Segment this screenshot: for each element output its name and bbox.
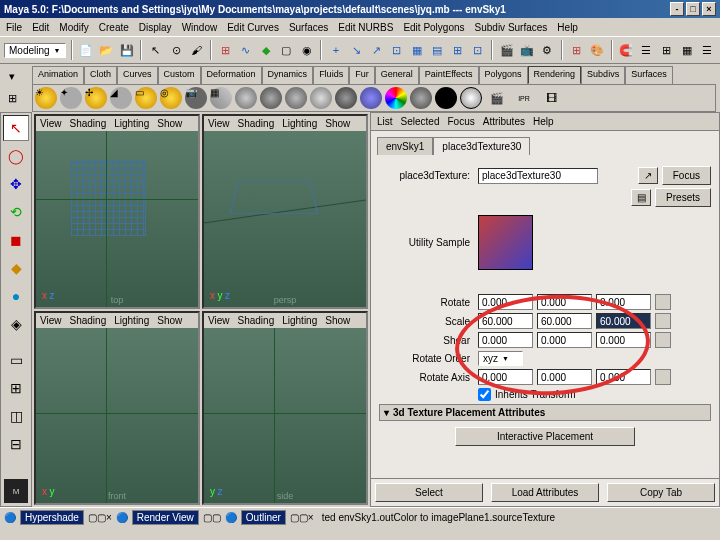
shader8-icon[interactable] xyxy=(435,87,457,109)
menu-edit-polygons[interactable]: Edit Polygons xyxy=(403,22,464,33)
tab-place3d[interactable]: place3dTexture30 xyxy=(433,137,530,155)
new-scene-icon[interactable]: 📄 xyxy=(78,40,95,60)
tool-icon[interactable]: ⊡ xyxy=(469,40,486,60)
light-directional-icon[interactable]: ☀ xyxy=(35,87,57,109)
shelf-tab-surfaces[interactable]: Surfaces xyxy=(625,66,673,84)
snap-plane-icon[interactable]: ▢ xyxy=(278,40,295,60)
vp-menu-view[interactable]: View xyxy=(208,315,230,326)
light-area-icon[interactable]: ▭ xyxy=(135,87,157,109)
menu-edit-curves[interactable]: Edit Curves xyxy=(227,22,279,33)
maximize-button[interactable]: □ xyxy=(686,2,700,16)
renderview-tab[interactable]: Render View xyxy=(132,510,199,525)
vp-menu-shading[interactable]: Shading xyxy=(70,315,107,326)
channel-icon[interactable]: ▦ xyxy=(408,40,425,60)
hypershade-icon[interactable]: 🎨 xyxy=(588,40,605,60)
snap-curve-icon[interactable]: ∿ xyxy=(237,40,254,60)
inherits-checkbox[interactable] xyxy=(478,388,491,401)
move-tool[interactable]: ✥ xyxy=(3,171,29,197)
render-globals-icon[interactable]: ⚙ xyxy=(539,40,556,60)
load-attributes-button[interactable]: Load Attributes xyxy=(491,483,599,502)
snap-grid-icon[interactable]: ⊞ xyxy=(217,40,234,60)
shelf-tab-rendering[interactable]: Rendering xyxy=(528,66,582,84)
last-tool[interactable]: ◈ xyxy=(3,311,29,337)
list-icon[interactable]: ☰ xyxy=(638,40,655,60)
render-icon[interactable]: 🎬 xyxy=(498,40,515,60)
ipr-icon[interactable]: 📺 xyxy=(519,40,536,60)
shader3-icon[interactable] xyxy=(285,87,307,109)
lasso-icon[interactable]: ⊙ xyxy=(168,40,185,60)
batch-render-icon[interactable]: 🎞 xyxy=(539,87,563,109)
layout-icon[interactable]: ▦ xyxy=(678,40,695,60)
attr-menu[interactable]: ListSelectedFocusAttributesHelp xyxy=(371,113,719,131)
close-button[interactable]: × xyxy=(702,2,716,16)
shader9-icon[interactable] xyxy=(460,87,482,109)
hypergraph-icon[interactable]: ⊞ xyxy=(568,40,585,60)
shelf-tab-deformation[interactable]: Deformation xyxy=(201,66,262,84)
shelf-tab-polygons[interactable]: Polygons xyxy=(479,66,528,84)
menu-window[interactable]: Window xyxy=(182,22,218,33)
select-tool[interactable]: ↖ xyxy=(3,115,29,141)
shader2-icon[interactable] xyxy=(260,87,282,109)
shelf-tab-general[interactable]: General xyxy=(375,66,419,84)
shelf-edit-icon[interactable]: ⊞ xyxy=(2,88,22,108)
vp-menu-view[interactable]: View xyxy=(40,118,62,129)
viewport-top[interactable]: ViewShadingLightingShow x z top xyxy=(34,114,200,309)
menu-file[interactable]: File xyxy=(6,22,22,33)
texture-icon[interactable]: ▦ xyxy=(210,87,232,109)
attr-menu-list[interactable]: List xyxy=(377,116,393,127)
focus-button[interactable]: Focus xyxy=(662,166,711,185)
output-icon[interactable]: ↗ xyxy=(368,40,385,60)
channels-icon[interactable]: ☰ xyxy=(699,40,716,60)
rotate-tool[interactable]: ⟲ xyxy=(3,199,29,225)
scale-y[interactable] xyxy=(537,313,592,329)
input-icon[interactable]: ↘ xyxy=(348,40,365,60)
render-view-icon[interactable]: 🎬 xyxy=(485,87,509,109)
node-name-field[interactable] xyxy=(478,168,598,184)
four-view-icon[interactable]: ⊞ xyxy=(3,375,29,401)
main-menu[interactable]: FileEditModifyCreateDisplayWindowEdit Cu… xyxy=(0,18,720,36)
history-icon[interactable]: + xyxy=(327,40,344,60)
snap-live-icon[interactable]: ◉ xyxy=(298,40,315,60)
snap-point-icon[interactable]: ◆ xyxy=(258,40,275,60)
menu-help[interactable]: Help xyxy=(557,22,578,33)
vp-menu-lighting[interactable]: Lighting xyxy=(282,315,317,326)
attr-menu-help[interactable]: Help xyxy=(533,116,554,127)
minimize-button[interactable]: - xyxy=(670,2,684,16)
attr-menu-selected[interactable]: Selected xyxy=(401,116,440,127)
vp-menu-lighting[interactable]: Lighting xyxy=(114,315,149,326)
rotate-axis-slider[interactable] xyxy=(655,369,671,385)
select-icon[interactable]: ↖ xyxy=(147,40,164,60)
viewport-side[interactable]: ViewShadingLightingShow y z side xyxy=(202,311,368,506)
camera-icon[interactable]: 📷 xyxy=(185,87,207,109)
vp-menu-lighting[interactable]: Lighting xyxy=(114,118,149,129)
viewport-front[interactable]: ViewShadingLightingShow x y front xyxy=(34,311,200,506)
shader1-icon[interactable] xyxy=(235,87,257,109)
grid-icon[interactable]: ⊞ xyxy=(658,40,675,60)
shader6-icon[interactable] xyxy=(360,87,382,109)
shelf-tab-subdivs[interactable]: Subdivs xyxy=(581,66,625,84)
menu-create[interactable]: Create xyxy=(99,22,129,33)
select-button[interactable]: Select xyxy=(375,483,483,502)
shelf-tab-fur[interactable]: Fur xyxy=(349,66,375,84)
shelf-tab-cloth[interactable]: Cloth xyxy=(84,66,117,84)
construction-icon[interactable]: ⊡ xyxy=(388,40,405,60)
menu-display[interactable]: Display xyxy=(139,22,172,33)
section-3d-placement[interactable]: ▾ 3d Texture Placement Attributes xyxy=(379,404,711,421)
rotate-x[interactable] xyxy=(478,294,533,310)
light-spot-icon[interactable]: ◢ xyxy=(110,87,132,109)
rotate-axis-y[interactable] xyxy=(537,369,592,385)
scale-slider[interactable] xyxy=(655,313,671,329)
shelf-tabs[interactable]: AnimationClothCurvesCustomDeformationDyn… xyxy=(28,64,720,84)
shader5-icon[interactable] xyxy=(335,87,357,109)
rotate-order-select[interactable]: xyz xyxy=(478,351,523,366)
vp-menu-view[interactable]: View xyxy=(40,315,62,326)
attr-menu-attributes[interactable]: Attributes xyxy=(483,116,525,127)
light-ambient-icon[interactable]: ✦ xyxy=(60,87,82,109)
shader7-icon[interactable] xyxy=(410,87,432,109)
shear-z[interactable] xyxy=(596,332,651,348)
copy-tab-button[interactable]: Copy Tab xyxy=(607,483,715,502)
presets-button[interactable]: Presets xyxy=(655,188,711,207)
vp-menu-view[interactable]: View xyxy=(208,118,230,129)
rotate-slider[interactable] xyxy=(655,294,671,310)
vp-menu-show[interactable]: Show xyxy=(325,118,350,129)
